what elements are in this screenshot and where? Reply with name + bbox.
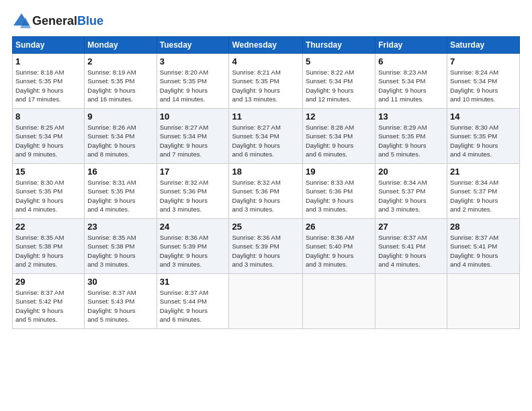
day-number: 28 — [450, 222, 517, 232]
day-info: Sunrise: 8:35 AM Sunset: 5:38 PM Dayligh… — [87, 233, 153, 269]
day-cell — [229, 274, 302, 329]
day-info: Sunrise: 8:30 AM Sunset: 5:35 PM Dayligh… — [15, 178, 81, 214]
day-number: 20 — [378, 167, 444, 177]
day-cell: 7Sunrise: 8:24 AM Sunset: 5:34 PM Daylig… — [447, 54, 519, 109]
day-info: Sunrise: 8:34 AM Sunset: 5:37 PM Dayligh… — [450, 178, 517, 214]
day-number: 11 — [232, 111, 299, 122]
day-number: 10 — [160, 111, 226, 122]
day-number: 7 — [450, 56, 517, 66]
day-number: 21 — [450, 167, 517, 177]
day-number: 27 — [378, 222, 444, 232]
day-number: 17 — [160, 167, 226, 177]
day-cell: 12Sunrise: 8:28 AM Sunset: 5:34 PM Dayli… — [302, 109, 375, 164]
calendar-body: 1Sunrise: 8:18 AM Sunset: 5:35 PM Daylig… — [13, 54, 520, 329]
day-info: Sunrise: 8:23 AM Sunset: 5:34 PM Dayligh… — [378, 68, 444, 103]
day-cell: 21Sunrise: 8:34 AM Sunset: 5:37 PM Dayli… — [447, 164, 519, 219]
day-number: 31 — [160, 277, 226, 287]
week-row-3: 15Sunrise: 8:30 AM Sunset: 5:35 PM Dayli… — [13, 164, 520, 219]
header: GeneralBlue — [12, 12, 520, 31]
day-number: 16 — [87, 167, 153, 177]
day-cell: 25Sunrise: 8:36 AM Sunset: 5:39 PM Dayli… — [229, 219, 302, 274]
day-info: Sunrise: 8:37 AM Sunset: 5:41 PM Dayligh… — [450, 233, 517, 269]
day-info: Sunrise: 8:37 AM Sunset: 5:44 PM Dayligh… — [160, 288, 226, 324]
day-info: Sunrise: 8:19 AM Sunset: 5:35 PM Dayligh… — [87, 68, 153, 103]
day-cell: 19Sunrise: 8:33 AM Sunset: 5:36 PM Dayli… — [302, 164, 375, 219]
day-number: 4 — [232, 56, 299, 66]
day-cell: 18Sunrise: 8:32 AM Sunset: 5:36 PM Dayli… — [229, 164, 302, 219]
day-cell: 14Sunrise: 8:30 AM Sunset: 5:35 PM Dayli… — [447, 109, 519, 164]
day-number: 30 — [87, 277, 153, 287]
day-cell: 16Sunrise: 8:31 AM Sunset: 5:35 PM Dayli… — [85, 164, 157, 219]
day-number: 14 — [450, 111, 517, 122]
day-info: Sunrise: 8:22 AM Sunset: 5:34 PM Dayligh… — [306, 68, 372, 103]
day-info: Sunrise: 8:35 AM Sunset: 5:38 PM Dayligh… — [15, 233, 81, 269]
day-info: Sunrise: 8:31 AM Sunset: 5:35 PM Dayligh… — [87, 178, 153, 214]
day-info: Sunrise: 8:28 AM Sunset: 5:34 PM Dayligh… — [306, 123, 372, 158]
day-cell: 1Sunrise: 8:18 AM Sunset: 5:35 PM Daylig… — [13, 54, 85, 109]
day-cell: 13Sunrise: 8:29 AM Sunset: 5:35 PM Dayli… — [375, 109, 447, 164]
day-cell: 3Sunrise: 8:20 AM Sunset: 5:35 PM Daylig… — [157, 54, 229, 109]
day-info: Sunrise: 8:29 AM Sunset: 5:35 PM Dayligh… — [378, 123, 444, 158]
day-info: Sunrise: 8:20 AM Sunset: 5:35 PM Dayligh… — [160, 68, 226, 103]
day-cell: 2Sunrise: 8:19 AM Sunset: 5:35 PM Daylig… — [85, 54, 157, 109]
day-cell: 9Sunrise: 8:26 AM Sunset: 5:34 PM Daylig… — [85, 109, 157, 164]
logo-icon — [12, 12, 31, 31]
week-row-2: 8Sunrise: 8:25 AM Sunset: 5:34 PM Daylig… — [13, 109, 520, 164]
day-number: 1 — [15, 56, 81, 66]
day-cell: 24Sunrise: 8:36 AM Sunset: 5:39 PM Dayli… — [157, 219, 229, 274]
day-info: Sunrise: 8:37 AM Sunset: 5:42 PM Dayligh… — [15, 288, 81, 324]
col-thursday: Thursday — [302, 37, 375, 54]
logo-blue: Blue — [77, 14, 103, 28]
day-cell — [375, 274, 447, 329]
day-cell: 8Sunrise: 8:25 AM Sunset: 5:34 PM Daylig… — [13, 109, 85, 164]
day-info: Sunrise: 8:37 AM Sunset: 5:43 PM Dayligh… — [87, 288, 153, 324]
day-number: 5 — [306, 56, 372, 66]
day-cell: 26Sunrise: 8:36 AM Sunset: 5:40 PM Dayli… — [302, 219, 375, 274]
day-number: 29 — [15, 277, 81, 287]
day-info: Sunrise: 8:36 AM Sunset: 5:39 PM Dayligh… — [232, 233, 299, 269]
calendar-header: Sunday Monday Tuesday Wednesday Thursday… — [13, 37, 520, 54]
day-info: Sunrise: 8:32 AM Sunset: 5:36 PM Dayligh… — [232, 178, 299, 214]
week-row-5: 29Sunrise: 8:37 AM Sunset: 5:42 PM Dayli… — [13, 274, 520, 329]
day-cell: 5Sunrise: 8:22 AM Sunset: 5:34 PM Daylig… — [302, 54, 375, 109]
day-cell — [302, 274, 375, 329]
logo-general: General — [32, 14, 77, 28]
day-number: 18 — [232, 167, 299, 177]
logo: GeneralBlue — [12, 12, 103, 31]
day-cell: 22Sunrise: 8:35 AM Sunset: 5:38 PM Dayli… — [13, 219, 85, 274]
day-info: Sunrise: 8:24 AM Sunset: 5:34 PM Dayligh… — [450, 68, 517, 103]
day-cell: 4Sunrise: 8:21 AM Sunset: 5:35 PM Daylig… — [229, 54, 302, 109]
day-info: Sunrise: 8:36 AM Sunset: 5:39 PM Dayligh… — [160, 233, 226, 269]
day-cell: 29Sunrise: 8:37 AM Sunset: 5:42 PM Dayli… — [13, 274, 85, 329]
day-info: Sunrise: 8:21 AM Sunset: 5:35 PM Dayligh… — [232, 68, 299, 103]
day-number: 8 — [15, 111, 81, 122]
day-number: 25 — [232, 222, 299, 232]
day-cell: 31Sunrise: 8:37 AM Sunset: 5:44 PM Dayli… — [157, 274, 229, 329]
day-number: 3 — [160, 56, 226, 66]
week-row-4: 22Sunrise: 8:35 AM Sunset: 5:38 PM Dayli… — [13, 219, 520, 274]
day-number: 26 — [306, 222, 372, 232]
day-number: 2 — [87, 56, 153, 66]
day-info: Sunrise: 8:33 AM Sunset: 5:36 PM Dayligh… — [306, 178, 372, 214]
day-info: Sunrise: 8:27 AM Sunset: 5:34 PM Dayligh… — [232, 123, 299, 158]
header-row: Sunday Monday Tuesday Wednesday Thursday… — [13, 37, 520, 54]
col-monday: Monday — [85, 37, 157, 54]
day-cell: 17Sunrise: 8:32 AM Sunset: 5:36 PM Dayli… — [157, 164, 229, 219]
day-info: Sunrise: 8:25 AM Sunset: 5:34 PM Dayligh… — [15, 123, 81, 158]
day-number: 19 — [306, 167, 372, 177]
day-number: 23 — [87, 222, 153, 232]
day-cell: 15Sunrise: 8:30 AM Sunset: 5:35 PM Dayli… — [13, 164, 85, 219]
day-cell — [447, 274, 519, 329]
calendar: Sunday Monday Tuesday Wednesday Thursday… — [12, 36, 520, 329]
day-number: 13 — [378, 111, 444, 122]
day-number: 12 — [306, 111, 372, 122]
col-friday: Friday — [375, 37, 447, 54]
day-info: Sunrise: 8:26 AM Sunset: 5:34 PM Dayligh… — [87, 123, 153, 158]
day-info: Sunrise: 8:32 AM Sunset: 5:36 PM Dayligh… — [160, 178, 226, 214]
day-cell: 20Sunrise: 8:34 AM Sunset: 5:37 PM Dayli… — [375, 164, 447, 219]
day-info: Sunrise: 8:37 AM Sunset: 5:41 PM Dayligh… — [378, 233, 444, 269]
day-cell: 11Sunrise: 8:27 AM Sunset: 5:34 PM Dayli… — [229, 109, 302, 164]
day-number: 22 — [15, 222, 81, 232]
day-number: 9 — [87, 111, 153, 122]
day-number: 6 — [378, 56, 444, 66]
